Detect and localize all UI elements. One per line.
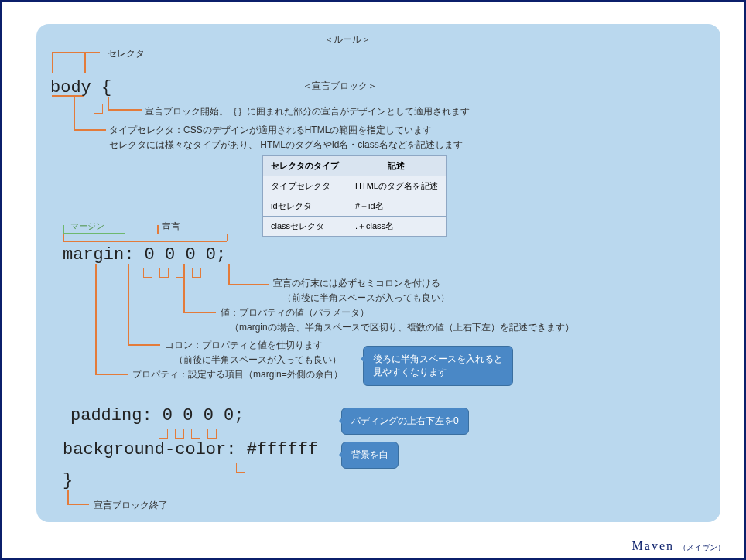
- td: タイプセレクタ: [263, 176, 347, 196]
- line: [183, 312, 216, 313]
- line: [108, 109, 142, 111]
- footer-name: Maven: [632, 539, 674, 552]
- code-close: }: [63, 471, 73, 490]
- line: [157, 225, 159, 234]
- label-margin: マージン: [70, 220, 104, 232]
- line: [228, 264, 230, 284]
- td: HTMLのタグ名を記述: [347, 176, 447, 196]
- callout-bg: 背景を白: [341, 442, 399, 469]
- callout-space-tip: 後ろに半角スペースを入れると 見やすくなります: [363, 346, 513, 386]
- footer-sub: （メイヴン）: [679, 543, 725, 551]
- note-type-selector: タイプセレクタ：CSSのデザインが適用されるHTMLの範囲を指定しています セレ…: [109, 123, 463, 152]
- line: [63, 225, 64, 233]
- diagram-panel: ＜ルール＞ ＜宣言ブロック＞ セレクタ body { 宣言ブロック開始。｛｝に囲…: [36, 24, 720, 522]
- page: ＜ルール＞ ＜宣言ブロック＞ セレクタ body { 宣言ブロック開始。｛｝に囲…: [0, 0, 746, 560]
- note-colon: コロン：プロパティと値を仕切ります （前後に半角スペースが入っても良い）: [165, 338, 341, 367]
- td: classセレクタ: [263, 217, 347, 237]
- note-semicolon: 宣言の行末には必ずセミコロンを付ける （前後に半角スペースが入っても良い）: [273, 276, 450, 306]
- code-margin: margin: 0 0 0 0;: [63, 245, 226, 265]
- footer-brand: Maven （メイヴン）: [632, 539, 725, 553]
- callout-padding: パディングの上右下左を0: [341, 408, 469, 435]
- line: [84, 52, 86, 73]
- note-value: 値：プロパティの値（パラメータ） （marginの場合、半角スペースで区切り、複…: [221, 306, 574, 335]
- title-decl: ＜宣言ブロック＞: [303, 80, 377, 93]
- line: [67, 504, 89, 505]
- space-markers: [143, 265, 201, 279]
- line: [227, 234, 228, 241]
- line: [95, 374, 128, 375]
- line: [183, 264, 185, 312]
- note-block-start: 宣言ブロック開始。｛｝に囲まれた部分の宣言がデザインとして適用されます: [145, 104, 470, 119]
- line: [67, 490, 69, 504]
- line: [74, 129, 106, 131]
- line: [228, 284, 269, 285]
- line: [95, 264, 97, 374]
- td: #＋id名: [347, 196, 447, 217]
- line: [128, 264, 129, 344]
- title-rule: ＜ルール＞: [324, 33, 371, 46]
- line: [128, 344, 160, 346]
- th-type: セレクタのタイプ: [263, 156, 347, 176]
- line: [52, 52, 100, 53]
- space-marker: [94, 101, 103, 115]
- note-property: プロパティ：設定する項目（margin=外側の余白）: [132, 367, 343, 382]
- line: [63, 233, 125, 234]
- label-block-end: 宣言ブロック終了: [94, 499, 168, 512]
- td: .＋class名: [347, 217, 447, 237]
- code-bg: background-color: #ffffff: [63, 440, 318, 459]
- line: [74, 97, 75, 129]
- line: [108, 97, 109, 109]
- space-markers: [159, 426, 217, 440]
- line: [63, 234, 64, 241]
- space-marker: [236, 460, 245, 474]
- th-desc: 記述: [347, 156, 447, 176]
- line: [52, 52, 53, 73]
- selector-table: セレクタのタイプ記述 タイプセレクタHTMLのタグ名を記述 idセレクタ#＋id…: [262, 155, 447, 237]
- code-padding: padding: 0 0 0 0;: [70, 406, 244, 425]
- label-selector: セレクタ: [108, 47, 145, 60]
- code-body-open: body {: [50, 78, 111, 97]
- td: idセレクタ: [263, 196, 347, 217]
- line: [63, 241, 227, 242]
- label-declaration: 宣言: [162, 220, 180, 234]
